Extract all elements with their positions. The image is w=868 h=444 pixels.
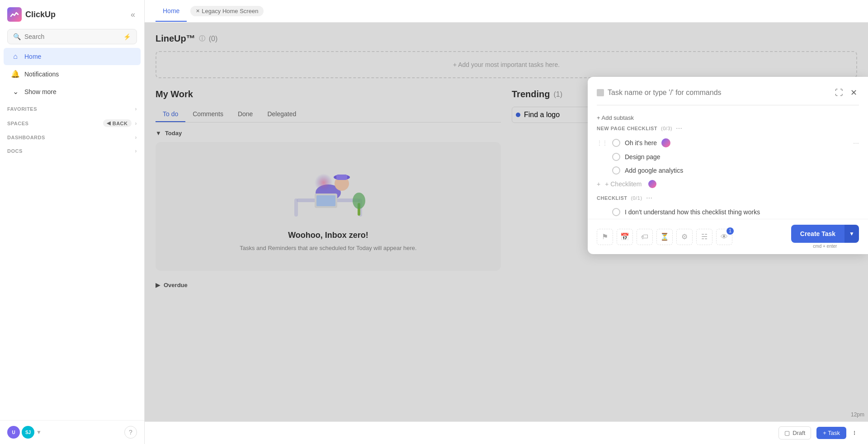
task-name-input[interactable] (608, 89, 830, 97)
duplicate-button[interactable]: ☵ (696, 229, 712, 245)
checklist-item-4: ⋮⋮ I don't understand how this checklist… (597, 205, 859, 219)
spaces-section-header[interactable]: SPACES ◀ Back › (0, 114, 144, 129)
expand-modal-button[interactable]: ⛶ (833, 86, 845, 99)
checklist-menu-button[interactable]: ⋯ (646, 194, 652, 202)
new-page-checklist-header: NEW PAGE CHECKLIST (0/3) ⋯ (597, 125, 859, 132)
avatar-sj: SJ (22, 426, 34, 439)
create-task-inner: Create Task ▼ (791, 225, 859, 243)
clickup-logo-text: ClickUp (25, 10, 56, 19)
lightning-button[interactable]: ⚡ (123, 33, 131, 40)
grid-icon: ⁝ (854, 430, 855, 436)
task-modal: ⛶ ✕ + Add subtask NEW PAGE CHECKLIST (0/… (588, 77, 868, 254)
spaces-back-button[interactable]: ◀ Back (103, 119, 131, 127)
search-input[interactable] (24, 33, 120, 40)
collapse-sidebar-button[interactable]: « (129, 8, 137, 21)
watchers-button[interactable]: 👁 1 (716, 229, 732, 245)
item-menu-button-1[interactable]: ⋯ (853, 140, 859, 146)
bottom-bar: ▢ Draft + Task ⁝ (145, 421, 868, 444)
checklist-checkbox-1[interactable] (612, 139, 620, 147)
checklist-item-1: ⋮⋮ Oh it's here ⋯ (597, 136, 859, 150)
avatar-u: U (7, 426, 20, 439)
page-content: LineUp™ ⓘ (0) + Add your most important … (145, 23, 868, 421)
sidebar-header: ClickUp « (0, 0, 144, 25)
close-modal-button[interactable]: ✕ (849, 86, 859, 99)
favorites-section-header[interactable]: FAVORITES › (0, 100, 144, 114)
top-tabs: Home ✕ Legacy Home Screen (145, 0, 868, 23)
grid-view-button[interactable]: ⁝ (852, 428, 857, 438)
add-task-button[interactable]: + Task (816, 427, 846, 439)
chevron-down-icon: ⌄ (11, 87, 20, 96)
timer-icon: ⏳ (660, 232, 669, 241)
spaces-chevron-icon: › (135, 120, 137, 127)
tab-legacy-home[interactable]: ✕ Legacy Home Screen (190, 6, 264, 16)
sidebar-item-notifications[interactable]: 🔔 Notifications (4, 65, 141, 83)
checklist-checkbox-3[interactable] (612, 166, 620, 175)
settings-icon: ⚙ (681, 232, 688, 241)
add-item-avatar (648, 180, 656, 188)
logo-area: ClickUp (7, 7, 56, 22)
new-page-checklist-section: NEW PAGE CHECKLIST (0/3) ⋯ ⋮⋮ Oh it's he… (588, 125, 868, 191)
back-arrow-icon: ◀ (107, 120, 111, 126)
drag-handle-icon: ⋮⋮ (597, 140, 608, 146)
dropdown-arrow-icon: ▼ (849, 231, 854, 237)
draft-icon: ▢ (784, 430, 790, 436)
docs-chevron-icon: › (135, 148, 137, 154)
docs-section-header[interactable]: DOCS › (0, 142, 144, 156)
home-icon: ⌂ (11, 52, 20, 61)
tags-button[interactable]: 🏷 (637, 229, 653, 245)
eye-icon: 👁 (721, 233, 728, 241)
create-task-dropdown-button[interactable]: ▼ (844, 225, 859, 243)
help-button[interactable]: ? (124, 426, 137, 439)
watchers-badge: 1 (726, 227, 734, 235)
modal-header: ⛶ ✕ (588, 77, 868, 99)
create-task-button[interactable]: Create Task (791, 225, 844, 243)
create-task-wrapper: Create Task ▼ cmd + enter (791, 225, 859, 249)
task-status-icon (597, 89, 604, 96)
calendar-icon: 📅 (620, 232, 629, 241)
bell-icon: 🔔 (11, 70, 20, 78)
custom-fields-button[interactable]: ⚙ (676, 229, 693, 245)
modal-actions: ⛶ ✕ (833, 86, 859, 99)
sidebar-footer: U SJ ▼ ? (0, 420, 144, 444)
dashboards-section-header[interactable]: DASHBOARDS › (0, 129, 144, 142)
item-avatar-1 (661, 138, 670, 147)
sidebar: ClickUp « 🔍 ⚡ ⌂ Home 🔔 Notifications ⌄ S… (0, 0, 145, 444)
new-page-checklist-menu-button[interactable]: ⋯ (676, 125, 682, 132)
sidebar-item-home[interactable]: ⌂ Home (4, 48, 141, 65)
clickup-logo-icon (7, 7, 22, 22)
add-icon: + (597, 180, 600, 188)
checklist-header: CHECKLIST (0/1) ⋯ (597, 194, 859, 202)
checklist-checkbox-4[interactable] (612, 208, 620, 216)
checklist-checkbox-2[interactable] (612, 153, 620, 161)
add-subtask-button[interactable]: + Add subtask (588, 111, 868, 125)
time-estimate-button[interactable]: ⏳ (656, 229, 673, 245)
draft-button[interactable]: ▢ Draft (778, 426, 811, 439)
search-box[interactable]: 🔍 ⚡ (7, 29, 137, 44)
due-date-button[interactable]: 📅 (617, 229, 633, 245)
sidebar-item-show-more[interactable]: ⌄ Show more (4, 83, 141, 100)
modal-footer: ⚑ 📅 🏷 ⏳ ⚙ ☵ 👁 1 (588, 219, 868, 254)
duplicate-icon: ☵ (701, 232, 708, 241)
avatar-dropdown-icon[interactable]: ▼ (36, 429, 42, 435)
checklist-item-2: ⋮⋮ Design page (597, 150, 859, 164)
flag-icon: ⚑ (602, 232, 608, 241)
search-icon: 🔍 (13, 33, 21, 40)
main-content: Home ✕ Legacy Home Screen LineUp™ ⓘ (0) … (145, 0, 868, 444)
cmd-hint: cmd + enter (813, 244, 837, 249)
priority-flag-button[interactable]: ⚑ (597, 229, 613, 245)
search-container: 🔍 ⚡ (0, 25, 144, 48)
tab-home[interactable]: Home (156, 1, 187, 22)
close-small-icon: ✕ (196, 8, 200, 14)
checklist-item-3: ⋮⋮ Add google analytics (597, 164, 859, 177)
modal-divider (597, 105, 859, 105)
checklist-section: CHECKLIST (0/1) ⋯ ⋮⋮ I don't understand … (588, 194, 868, 219)
favorites-chevron-icon: › (135, 106, 137, 112)
avatar-group: U SJ ▼ (7, 426, 42, 439)
dashboards-chevron-icon: › (135, 134, 137, 141)
add-checklist-item-button[interactable]: + + Checklitem (597, 177, 859, 191)
tag-icon: 🏷 (641, 233, 648, 241)
